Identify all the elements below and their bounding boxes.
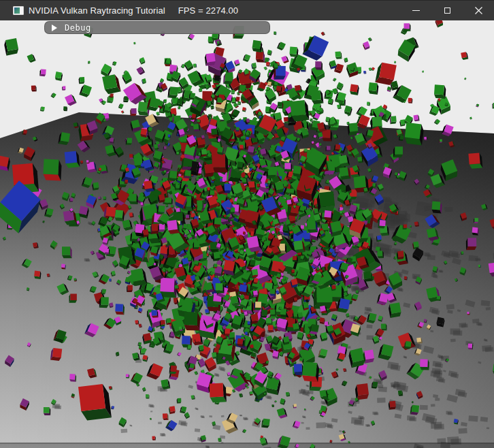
- maximize-button[interactable]: [431, 1, 463, 21]
- app-window-icon-pane: [14, 7, 20, 14]
- collapse-arrow-icon[interactable]: [52, 25, 57, 31]
- app-window-icon: [13, 6, 24, 15]
- maximize-icon: [444, 7, 450, 14]
- raytracing-viewport[interactable]: [0, 20, 494, 448]
- debug-header-label: Debug: [65, 23, 91, 33]
- window-title: NVIDIA Vulkan Raytracing Tutorial: [29, 5, 165, 16]
- close-button[interactable]: [463, 1, 494, 21]
- app-window: NVIDIA Vulkan Raytracing Tutorial FPS = …: [0, 0, 494, 448]
- viewport: Debug: [0, 20, 494, 448]
- fps-counter: FPS = 2274.00: [178, 5, 238, 16]
- close-icon: [475, 7, 482, 14]
- titlebar[interactable]: NVIDIA Vulkan Raytracing Tutorial FPS = …: [0, 0, 494, 20]
- minimize-icon: [412, 10, 420, 11]
- minimize-button[interactable]: [400, 1, 431, 21]
- debug-collapsing-header[interactable]: Debug: [44, 21, 270, 34]
